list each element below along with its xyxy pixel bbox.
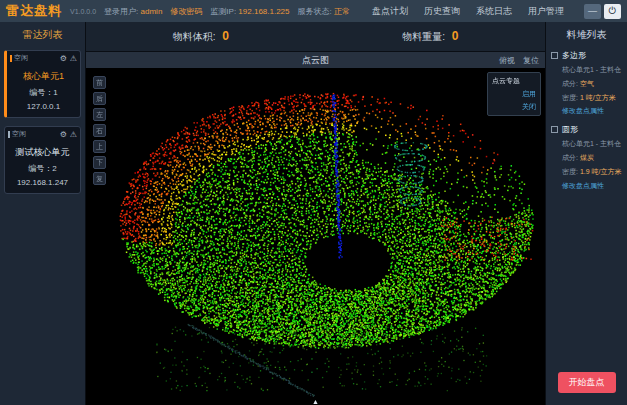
service-status-label: 服务状态: xyxy=(298,7,332,16)
viewer-header: 点云图 俯视 复位 xyxy=(86,52,545,68)
main-nav: 盘点计划 历史查询 系统日志 用户管理 xyxy=(372,5,564,18)
material-weight-value: 0 xyxy=(452,29,459,43)
top-view-link[interactable]: 俯视 xyxy=(499,55,515,66)
nav-history-query[interactable]: 历史查询 xyxy=(424,5,460,18)
unit-ip: 127.0.0.1 xyxy=(10,102,77,111)
unit-status: 空闲 xyxy=(12,129,26,139)
edit-inventory-attrs-link[interactable]: 修改盘点属性 xyxy=(562,181,622,191)
view-reset-button[interactable]: 复 xyxy=(93,172,106,185)
checkbox-icon[interactable] xyxy=(551,126,558,133)
power-button[interactable]: ⏻ xyxy=(604,4,621,19)
pile-name: 圆形 xyxy=(562,124,578,135)
canvas-area: 前 后 左 右 上 下 复 点云专题 启用 关闭 ▲ xyxy=(86,68,545,405)
center-column: 物料体积: 0 物料重量: 0 点云图 俯视 复位 前 后 xyxy=(86,22,545,405)
composition-label: 成分: xyxy=(562,80,578,87)
view-down-button[interactable]: 下 xyxy=(93,156,106,169)
composition-label: 成分: xyxy=(562,154,578,161)
edit-inventory-attrs-link[interactable]: 修改盘点属性 xyxy=(562,106,622,116)
pile-item: 圆形 核心单元1 - 主料仓 成分: 煤炭 密度: 1.9 吨/立方米 修改盘点… xyxy=(546,120,627,194)
density-value: 1 吨/立方米 xyxy=(580,94,616,101)
nav-user-management[interactable]: 用户管理 xyxy=(528,5,564,18)
radar-unit-card[interactable]: 空闲 ⚙ ⚠ 测试核心单元 编号：2 192.168.1.247 xyxy=(4,126,81,194)
main-area: 雷达列表 空闲 ⚙ ⚠ 核心单元1 编号：1 127.0.0.1 空闲 ⚙ ⚠ xyxy=(0,22,627,405)
view-left-button[interactable]: 左 xyxy=(93,108,106,121)
view-front-button[interactable]: 前 xyxy=(93,76,106,89)
login-user-value: admin xyxy=(141,7,163,16)
density-label: 密度: xyxy=(562,168,578,175)
point-cloud-overlay-panel: 点云专题 启用 关闭 xyxy=(487,72,541,116)
unit-name: 测试核心单元 xyxy=(8,146,77,159)
service-status-value: 正常 xyxy=(334,7,350,16)
unit-number: 编号：2 xyxy=(8,163,77,174)
app-logo: 雷达盘料 xyxy=(6,2,62,20)
unit-number: 编号：1 xyxy=(10,87,77,98)
unit-ip: 192.168.1.247 xyxy=(8,178,77,187)
status-tick xyxy=(10,55,12,62)
monitor-ip: 监测IP: 192.168.1.225 xyxy=(210,6,289,17)
login-user: 登录用户: admin xyxy=(104,6,162,17)
gear-icon[interactable]: ⚙ xyxy=(60,54,67,63)
radar-unit-card[interactable]: 空闲 ⚙ ⚠ 核心单元1 编号：1 127.0.0.1 xyxy=(4,50,81,118)
pile-name-row[interactable]: 多边形 xyxy=(551,50,622,61)
view-up-button[interactable]: 上 xyxy=(93,140,106,153)
collapse-handle-icon[interactable]: ▲ xyxy=(312,398,319,405)
composition-value: 煤炭 xyxy=(580,154,594,161)
nav-inventory-plan[interactable]: 盘点计划 xyxy=(372,5,408,18)
minimize-button[interactable]: — xyxy=(584,4,601,19)
material-weight-label: 物料重量: xyxy=(402,31,445,42)
unit-name: 核心单元1 xyxy=(10,70,77,83)
pile-composition: 成分: 煤炭 xyxy=(562,153,622,163)
pile-list-title: 料堆列表 xyxy=(546,22,627,46)
density-label: 密度: xyxy=(562,94,578,101)
overlay-disable-link[interactable]: 关闭 xyxy=(492,102,536,112)
material-weight-stat: 物料重量: 0 xyxy=(402,29,458,44)
radar-list-panel: 雷达列表 空闲 ⚙ ⚠ 核心单元1 编号：1 127.0.0.1 空闲 ⚙ ⚠ xyxy=(0,22,86,405)
composition-value: 空气 xyxy=(580,80,594,87)
unit-status: 空闲 xyxy=(14,53,28,63)
material-volume-value: 0 xyxy=(222,29,229,43)
gear-icon[interactable]: ⚙ xyxy=(60,130,67,139)
material-volume-label: 物料体积: xyxy=(173,31,216,42)
stats-bar: 物料体积: 0 物料重量: 0 xyxy=(86,22,545,52)
pile-name: 多边形 xyxy=(562,50,586,61)
change-password-link[interactable]: 修改密码 xyxy=(170,6,202,17)
nav-system-log[interactable]: 系统日志 xyxy=(476,5,512,18)
density-value: 1.9 吨/立方米 xyxy=(580,168,622,175)
checkbox-icon[interactable] xyxy=(551,52,558,59)
reset-view-link[interactable]: 复位 xyxy=(523,55,539,66)
point-cloud-canvas[interactable] xyxy=(86,68,543,404)
pile-item: 多边形 核心单元1 - 主料仓 成分: 空气 密度: 1 吨/立方米 修改盘点属… xyxy=(546,46,627,120)
pile-composition: 成分: 空气 xyxy=(562,79,622,89)
point-cloud-viewer: 点云图 俯视 复位 前 后 左 右 上 下 复 点云专题 xyxy=(86,52,545,405)
pile-name-row[interactable]: 圆形 xyxy=(551,124,622,135)
overlay-title: 点云专题 xyxy=(492,76,536,86)
pile-density: 密度: 1.9 吨/立方米 xyxy=(562,167,622,177)
monitor-ip-label: 监测IP: xyxy=(210,7,236,16)
window-controls: — ⏻ xyxy=(584,4,621,19)
pile-unit: 核心单元1 - 主料仓 xyxy=(562,65,622,75)
view-right-button[interactable]: 右 xyxy=(93,124,106,137)
viewer-title: 点云图 xyxy=(302,54,329,67)
material-volume-stat: 物料体积: 0 xyxy=(173,29,229,44)
title-bar: 雷达盘料 V1.0.0.0 登录用户: admin 修改密码 监测IP: 192… xyxy=(0,0,627,22)
app-version: V1.0.0.0 xyxy=(70,8,96,15)
overlay-enable-link[interactable]: 启用 xyxy=(492,89,536,99)
pile-unit: 核心单元1 - 主料仓 xyxy=(562,139,622,149)
pile-density: 密度: 1 吨/立方米 xyxy=(562,93,622,103)
view-back-button[interactable]: 后 xyxy=(93,92,106,105)
service-status: 服务状态: 正常 xyxy=(298,6,350,17)
start-inventory-button[interactable]: 开始盘点 xyxy=(558,372,616,393)
view-toolbar: 前 后 左 右 上 下 复 xyxy=(93,76,106,185)
monitor-ip-value: 192.168.1.225 xyxy=(238,7,289,16)
pile-list-panel: 料堆列表 多边形 核心单元1 - 主料仓 成分: 空气 密度: 1 吨/立方米 … xyxy=(545,22,627,405)
login-user-label: 登录用户: xyxy=(104,7,138,16)
warning-icon[interactable]: ⚠ xyxy=(70,130,77,139)
warning-icon[interactable]: ⚠ xyxy=(70,54,77,63)
status-tick xyxy=(8,131,10,138)
radar-list-title: 雷达列表 xyxy=(0,22,85,48)
